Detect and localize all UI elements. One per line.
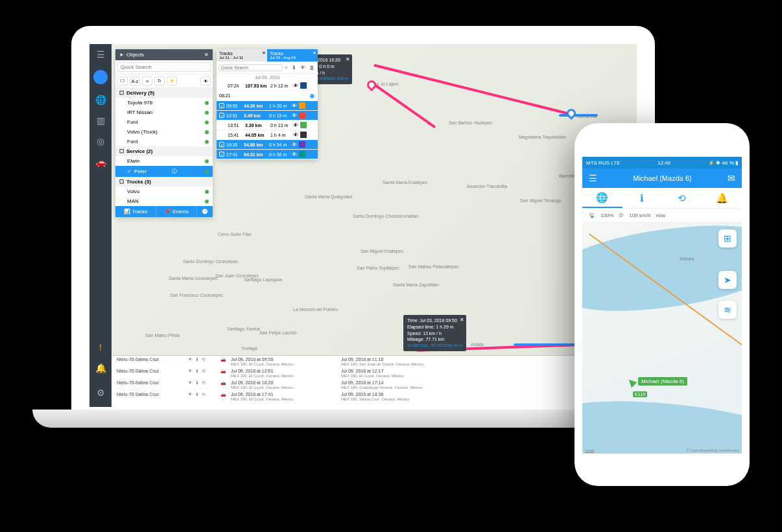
object-item[interactable]: MAN (115, 196, 213, 206)
tab-globe[interactable]: 🌐 (582, 188, 622, 208)
track-row[interactable]: 13:513.30 km0 h 13 m👁 (217, 121, 318, 130)
download-icon[interactable]: ⬇ (195, 357, 199, 366)
objects-title: Objects (126, 52, 144, 58)
refresh-button[interactable]: ↻ (154, 76, 165, 86)
track-color (299, 141, 305, 148)
bell-icon[interactable]: 🔔 (89, 358, 112, 378)
eye-icon[interactable]: 👁 (292, 152, 297, 157)
alert-indicator[interactable]: ! (89, 337, 112, 358)
object-item[interactable]: ✓ Peterⓘ (115, 166, 213, 177)
status-dot (205, 111, 209, 115)
map-pin[interactable] (365, 78, 378, 91)
close-icon[interactable]: ✕ (460, 316, 464, 323)
object-group-header[interactable]: ☐Service (2) (115, 146, 213, 156)
tracks-tab[interactable]: TracksJul 31 - Jul 31✕ (217, 49, 267, 62)
track-color (299, 102, 305, 109)
log-row[interactable]: Nieto-70-Salina Cruz👁⬇⟲🚗Jul 09, 2018 at … (112, 391, 637, 402)
object-item[interactable]: Toyota 978 (115, 98, 213, 108)
tab-info[interactable]: ℹ (622, 188, 663, 208)
menu-icon[interactable]: ☰ (589, 173, 597, 183)
laptop-screen: ☰ 🌐 ▥ ◎ 🚗 ! 🔔 ⚙ San Ju LajarcSanta MaSan… (89, 44, 637, 407)
search-input[interactable] (117, 62, 211, 72)
download-icon[interactable]: ⬇ (195, 380, 199, 389)
route-icon[interactable]: ⟲ (202, 357, 206, 366)
eye-icon[interactable]: 👁 (292, 103, 297, 109)
tracks-button[interactable]: 📊 Tracks (115, 206, 156, 217)
route-icon[interactable]: ⟲ (202, 380, 206, 389)
sort-button[interactable]: A-z (130, 76, 140, 86)
object-item[interactable]: Volvo (115, 187, 213, 196)
object-item[interactable]: Ford (115, 117, 213, 127)
log-row[interactable]: Nieto-70-Salina Cruz👁⬇⟲🚗Jul 09, 2018 at … (112, 367, 637, 379)
car-icon[interactable]: 🚗 (89, 152, 112, 172)
eye-icon[interactable]: 👁 (293, 122, 298, 128)
close-icon[interactable]: ✕ (346, 56, 350, 63)
eye-icon[interactable]: 👁 (292, 142, 297, 148)
map-pin[interactable] (565, 107, 578, 120)
map-place-label: La Merced del Potrero (293, 307, 338, 312)
eye-icon[interactable]: 👁 (299, 64, 307, 71)
locate-button[interactable]: ➤ (718, 271, 737, 289)
user-avatar[interactable] (93, 70, 108, 84)
mail-icon[interactable]: ✉ (728, 173, 735, 183)
close-icon[interactable]: ✕ (262, 51, 266, 56)
track-color (300, 132, 307, 138)
close-icon[interactable]: ✕ (313, 51, 316, 56)
close-icon[interactable]: ✕ (204, 52, 209, 58)
history-button[interactable]: 🕐 (197, 206, 213, 217)
object-item[interactable]: IRT Nissan (115, 108, 213, 117)
tracks-search-input[interactable] (219, 64, 283, 71)
road-badge: E119 (633, 391, 647, 397)
tab-bell[interactable]: 🔔 (702, 188, 742, 208)
route-icon[interactable]: ⟲ (202, 392, 206, 401)
menu-icon[interactable]: ☰ (89, 44, 112, 65)
track-row[interactable]: 15:4144.05 km1 h 4 m👁 (217, 130, 318, 140)
eye-icon[interactable]: 👁 (188, 357, 193, 366)
bolt-button[interactable]: ⚡ (167, 76, 177, 86)
track-row[interactable]: ✓12:013.49 km0 h 15 m👁 (217, 111, 318, 121)
track-row[interactable]: ✓16:2054.80 km0 h 54 m👁 (217, 140, 318, 150)
trash-icon[interactable]: 🗑 (308, 64, 316, 71)
legal-link[interactable]: Legal (585, 448, 595, 452)
download-icon[interactable]: ⬇ (195, 369, 199, 378)
eye-button[interactable]: 👁 (200, 76, 211, 86)
eye-icon[interactable]: 👁 (293, 83, 298, 89)
log-row[interactable]: Nieto-70-Salina Cruz👁⬇⟲🚗Jul 09, 2018 at … (112, 379, 637, 391)
checkbox-all[interactable]: ☐ (117, 76, 128, 86)
info-icon[interactable]: ⓘ (172, 168, 177, 175)
eye-icon[interactable]: 👁 (188, 369, 193, 378)
track-row[interactable]: 07:24107.93 km2 h 12 m👁 (217, 81, 318, 91)
track-row[interactable]: 08:21◉ (217, 91, 318, 101)
object-item[interactable]: Volvo (Truck) (115, 127, 213, 137)
list-button[interactable]: ≡ (142, 76, 152, 86)
object-group-header[interactable]: ☐Trucks (3) (115, 177, 213, 187)
phone-screen: MTS RUS LTE 12:46 ⚡ ✱ 46 % ▮ ☰ Michael (… (582, 157, 742, 454)
log-row[interactable]: Nieto-70-Salina Cruz👁⬇⟲🚗Jul 09, 2018 at … (112, 356, 637, 367)
chart-icon[interactable]: ▥ (89, 110, 112, 131)
eye-icon[interactable]: 👁 (293, 132, 298, 138)
object-item[interactable]: Elwin (115, 156, 213, 166)
eye-icon[interactable]: 👁 (188, 392, 193, 401)
layers-button[interactable]: ≋ (718, 301, 737, 319)
object-item[interactable]: Ford (115, 137, 213, 146)
object-focus-button[interactable]: ⊞ (718, 229, 737, 248)
map-place-label: Santa María Zapotitlán (393, 283, 439, 287)
gear-icon[interactable]: ⚙ (89, 382, 112, 403)
object-group-header[interactable]: ☐Delivery (5) (115, 88, 213, 98)
events-button[interactable]: 📌 Events (156, 206, 197, 217)
target-icon[interactable]: ◎ (89, 131, 112, 152)
map-attribution: © OpenStreetMap contributors (687, 448, 739, 452)
download-icon[interactable]: ⬇ (290, 64, 298, 71)
globe-icon[interactable]: 🌐 (89, 89, 112, 110)
track-row[interactable]: ✓17:4164.31 km0 h 56 m👁 (217, 150, 318, 159)
eye-icon[interactable]: 👁 (188, 380, 193, 389)
route-icon[interactable]: ⟲ (202, 369, 206, 378)
tracks-tab[interactable]: TracksJul 25 - Aug 04✕ (267, 49, 318, 62)
download-icon[interactable]: ⬇ (195, 392, 199, 401)
track-row[interactable]: ✓09:5044.26 km1 h 20 m👁 (217, 101, 318, 111)
phone-map[interactable]: Mitinka Michael (Mazda 6) E119 ⊞ ➤ ≋ Leg… (582, 223, 742, 454)
vehicle-marker[interactable] (626, 377, 637, 388)
tab-route[interactable]: ⟲ (662, 188, 702, 208)
map-tooltip: ✕Time: Jul 03, 2018 09:50Elapsed time: 1… (403, 315, 466, 351)
eye-icon[interactable]: 👁 (292, 113, 297, 119)
